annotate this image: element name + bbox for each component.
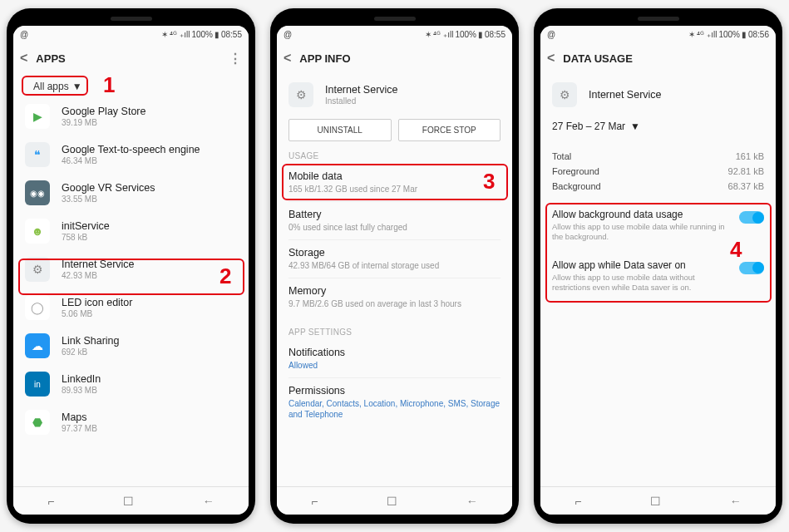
battery-text: 100% bbox=[191, 30, 213, 39]
app-size: 692 kB bbox=[62, 347, 237, 357]
screen-appinfo: @ ✶ ⁴ᴳ ₊ıll 100% ▮ 08:55 < APP INFO ⚙ In… bbox=[277, 26, 512, 515]
clock: 08:56 bbox=[748, 30, 769, 39]
filter-label: All apps bbox=[33, 81, 69, 92]
page-title: DATA USAGE bbox=[563, 52, 633, 65]
status-left-icon: @ bbox=[547, 30, 555, 39]
status-bar: @ ✶ ⁴ᴳ ₊ıll 100% ▮ 08:55 bbox=[277, 26, 512, 42]
app-name: Internet Service bbox=[62, 259, 237, 270]
app-icon: ❝ bbox=[25, 142, 50, 167]
row-mobile-data[interactable]: Mobile data 165 kB/1.32 GB used since 27… bbox=[277, 164, 512, 201]
app-row[interactable]: ◉◉ Google VR Services 33.55 MB bbox=[13, 174, 249, 212]
switch-on-icon[interactable] bbox=[739, 211, 764, 224]
nav-back-icon[interactable]: ← bbox=[203, 495, 215, 508]
title-bar: < DATA USAGE bbox=[540, 42, 776, 74]
toggle1-title: Allow background data usage bbox=[552, 209, 731, 220]
date-range-label: 27 Feb – 27 Mar bbox=[552, 121, 625, 132]
app-header: ⚙ Internet Service Installed bbox=[277, 74, 512, 112]
app-icon: ▶ bbox=[25, 104, 50, 129]
gear-icon: ⚙ bbox=[288, 82, 313, 107]
phone-1: @ ✶ ⁴ᴳ ₊ıll 100% ▮ 08:55 < APPS ⋮ All ap… bbox=[7, 8, 255, 524]
annotation-3: 3 bbox=[483, 169, 495, 195]
nav-home-icon[interactable]: ☐ bbox=[650, 495, 661, 508]
back-icon[interactable]: < bbox=[284, 51, 291, 66]
app-row[interactable]: ☻ initService 758 kB bbox=[13, 212, 249, 250]
app-row[interactable]: ◯ LED icon editor 5.06 MB bbox=[13, 288, 249, 327]
nav-back-icon[interactable]: ← bbox=[466, 495, 478, 508]
nav-bar: ⌐ ☐ ← bbox=[540, 486, 776, 515]
app-name: LED icon editor bbox=[62, 297, 237, 308]
nav-bar: ⌐ ☐ ← bbox=[13, 486, 249, 515]
battery-icon: ▮ bbox=[742, 30, 747, 39]
row-permissions[interactable]: Permissions Calendar, Contacts, Location… bbox=[277, 378, 512, 426]
nav-recent-icon[interactable]: ⌐ bbox=[47, 495, 54, 508]
usage-value: 92.81 kB bbox=[728, 166, 764, 176]
app-icon: ◉◉ bbox=[25, 180, 50, 205]
app-icon: ◯ bbox=[25, 295, 50, 320]
app-icon: ☻ bbox=[25, 219, 50, 244]
app-row[interactable]: ☁ Link Sharing 692 kB bbox=[13, 327, 249, 365]
usage-label: Foreground bbox=[552, 166, 599, 176]
battery-text: 100% bbox=[718, 30, 740, 39]
app-name: Maps bbox=[62, 411, 237, 423]
app-header: ⚙ Internet Service bbox=[540, 74, 776, 112]
more-icon[interactable]: ⋮ bbox=[229, 51, 242, 66]
notifications-sub: Allowed bbox=[288, 360, 501, 371]
app-row[interactable]: ⬣ Maps 97.37 MB bbox=[13, 403, 249, 441]
usage-row: Foreground92.81 kB bbox=[540, 164, 776, 179]
mobile-data-sub: 165 kB/1.32 GB used since 27 Mar bbox=[288, 184, 501, 195]
status-bar: @ ✶ ⁴ᴳ ₊ıll 100% ▮ 08:55 bbox=[13, 26, 249, 42]
toggle2-sub: Allow this app to use mobile data withou… bbox=[552, 273, 731, 293]
switch-on-icon[interactable] bbox=[739, 262, 764, 274]
title-bar: < APPS ⋮ bbox=[13, 42, 249, 74]
nav-home-icon[interactable]: ☐ bbox=[387, 495, 397, 508]
notifications-title: Notifications bbox=[288, 347, 501, 358]
app-name: Google Text-to-speech engine bbox=[62, 144, 237, 155]
app-name: Link Sharing bbox=[62, 335, 237, 347]
row-notifications[interactable]: Notifications Allowed bbox=[277, 340, 512, 377]
nav-bar: ⌐ ☐ ← bbox=[277, 486, 512, 515]
memory-title: Memory bbox=[288, 285, 501, 297]
usage-value: 68.37 kB bbox=[728, 181, 764, 191]
signal-icon: ✶ ⁴ᴳ ₊ıll bbox=[161, 30, 190, 39]
section-appsettings: APP SETTINGS bbox=[277, 316, 512, 340]
back-icon[interactable]: < bbox=[20, 51, 27, 66]
toggle1-sub: Allow this app to use mobile data while … bbox=[552, 222, 731, 243]
nav-home-icon[interactable]: ☐ bbox=[123, 495, 134, 508]
back-icon[interactable]: < bbox=[547, 51, 555, 66]
app-icon: ⚙ bbox=[25, 257, 50, 282]
status-left-icon: @ bbox=[284, 30, 292, 39]
forcestop-button[interactable]: FORCE STOP bbox=[398, 119, 501, 141]
date-range-dropdown[interactable]: 27 Feb – 27 Mar ▼ bbox=[540, 112, 652, 140]
signal-icon: ✶ ⁴ᴳ ₊ıll bbox=[425, 30, 454, 39]
permissions-sub: Calendar, Contacts, Location, Microphone… bbox=[288, 398, 501, 420]
row-storage[interactable]: Storage 42.93 MB/64 GB of internal stora… bbox=[277, 240, 512, 278]
app-name: initService bbox=[62, 220, 237, 232]
app-row[interactable]: ❝ Google Text-to-speech engine 46.34 MB bbox=[13, 135, 249, 174]
filter-all-apps[interactable]: All apps ▼ bbox=[25, 77, 91, 96]
section-usage: USAGE bbox=[277, 145, 512, 164]
app-size: 46.34 MB bbox=[62, 156, 237, 165]
storage-sub: 42.93 MB/64 GB of internal storage used bbox=[288, 260, 501, 271]
nav-recent-icon[interactable]: ⌐ bbox=[311, 495, 318, 508]
battery-sub: 0% used since last fully charged bbox=[288, 222, 501, 233]
row-memory[interactable]: Memory 9.7 MB/2.6 GB used on average in … bbox=[277, 278, 512, 316]
app-size: 42.93 MB bbox=[62, 271, 237, 280]
app-status: Installed bbox=[325, 96, 501, 106]
title-bar: < APP INFO bbox=[277, 42, 512, 74]
app-name: Internet Service bbox=[325, 84, 501, 96]
uninstall-button[interactable]: UNINSTALL bbox=[288, 119, 392, 141]
phone-3: @ ✶ ⁴ᴳ ₊ıll 100% ▮ 08:56 < DATA USAGE ⚙ … bbox=[534, 8, 782, 524]
usage-value: 161 kB bbox=[736, 151, 764, 161]
permissions-title: Permissions bbox=[288, 385, 501, 397]
speaker bbox=[111, 17, 152, 21]
row-battery[interactable]: Battery 0% used since last fully charged bbox=[277, 202, 512, 239]
nav-back-icon[interactable]: ← bbox=[730, 495, 742, 508]
app-row[interactable]: ⚙ Internet Service 42.93 MB bbox=[13, 250, 249, 288]
app-row[interactable]: ▶ Google Play Store 39.19 MB bbox=[13, 97, 249, 135]
app-row[interactable]: in LinkedIn 89.93 MB bbox=[13, 365, 249, 403]
gear-icon: ⚙ bbox=[552, 82, 577, 107]
nav-recent-icon[interactable]: ⌐ bbox=[574, 495, 581, 508]
app-icon: ⬣ bbox=[25, 410, 50, 435]
app-name: Google VR Services bbox=[62, 182, 237, 194]
content: ⚙ Internet Service 27 Feb – 27 Mar ▼ Tot… bbox=[540, 74, 776, 486]
